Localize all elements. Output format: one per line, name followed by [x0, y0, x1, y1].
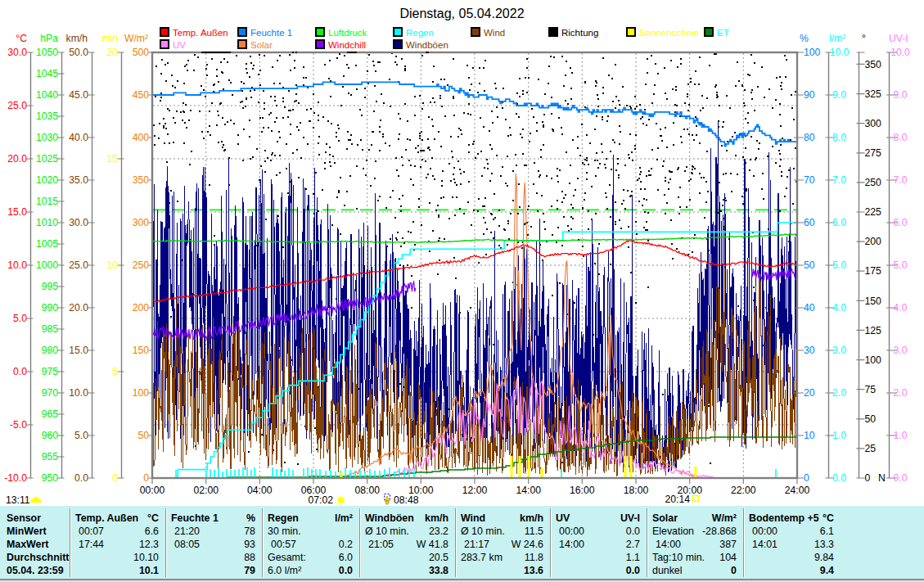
svg-text:970: 970 — [42, 387, 59, 399]
svg-text:125: 125 — [865, 325, 882, 336]
svg-text:08:00: 08:00 — [354, 485, 380, 496]
svg-text:0: 0 — [112, 472, 118, 484]
svg-text:350: 350 — [865, 59, 882, 70]
svg-text:15: 15 — [106, 153, 118, 165]
svg-text:20.0: 20.0 — [69, 302, 88, 314]
svg-text:10.0: 10.0 — [7, 259, 27, 271]
svg-text:30.0: 30.0 — [7, 47, 27, 58]
svg-text:13:11: 13:11 — [6, 494, 30, 506]
svg-text:325: 325 — [865, 88, 882, 100]
svg-text:1050: 1050 — [36, 47, 58, 58]
svg-text:80: 80 — [804, 132, 815, 143]
svg-text:45.0: 45.0 — [69, 89, 88, 101]
svg-text:20:14: 20:14 — [665, 494, 691, 505]
svg-text:6.0: 6.0 — [832, 217, 846, 228]
svg-text:90: 90 — [804, 89, 815, 101]
svg-text:990: 990 — [42, 302, 59, 314]
svg-text:8.0: 8.0 — [894, 132, 908, 143]
svg-text:02:00: 02:00 — [193, 485, 219, 496]
svg-text:N: N — [878, 472, 886, 484]
svg-text:40.0: 40.0 — [69, 132, 88, 143]
svg-text:0.0: 0.0 — [832, 472, 846, 484]
svg-text:275: 275 — [865, 147, 882, 159]
svg-text:10.0: 10.0 — [830, 47, 850, 58]
svg-text:9.0: 9.0 — [894, 89, 908, 101]
svg-text:0: 0 — [865, 472, 871, 484]
svg-text:5.0: 5.0 — [13, 313, 27, 324]
svg-text:7.0: 7.0 — [832, 174, 846, 186]
svg-text:3.0: 3.0 — [894, 345, 908, 356]
svg-text:300: 300 — [133, 217, 150, 228]
svg-text:22:00: 22:00 — [731, 485, 756, 496]
svg-text:985: 985 — [42, 323, 59, 335]
svg-text:-10.0: -10.0 — [4, 472, 27, 484]
svg-text:200: 200 — [865, 236, 882, 247]
svg-text:150: 150 — [865, 296, 882, 307]
svg-text:0.0: 0.0 — [13, 366, 27, 377]
svg-text:0.0: 0.0 — [74, 472, 88, 484]
svg-text:2.0: 2.0 — [832, 387, 846, 399]
svg-text:2.0: 2.0 — [894, 387, 908, 399]
svg-text:0: 0 — [143, 472, 149, 484]
svg-text:1.0: 1.0 — [832, 430, 846, 441]
svg-text:08:48: 08:48 — [394, 494, 419, 506]
svg-text:250: 250 — [133, 259, 150, 271]
svg-text:975: 975 — [42, 366, 59, 377]
svg-text:1020: 1020 — [36, 174, 58, 186]
svg-text:5.0: 5.0 — [74, 430, 88, 441]
svg-text:00:00: 00:00 — [140, 485, 165, 496]
svg-text:15.0: 15.0 — [7, 206, 27, 218]
svg-text:1040: 1040 — [36, 89, 58, 101]
svg-text:950: 950 — [42, 472, 59, 484]
svg-text:70: 70 — [804, 174, 815, 186]
svg-text:100: 100 — [804, 47, 821, 58]
svg-text:3.0: 3.0 — [832, 345, 846, 356]
svg-text:20: 20 — [804, 387, 815, 399]
svg-text:14:00: 14:00 — [516, 485, 541, 496]
svg-text:1015: 1015 — [36, 196, 58, 207]
svg-text:1.0: 1.0 — [894, 430, 908, 441]
svg-text:07:02: 07:02 — [309, 494, 334, 506]
svg-text:10.0: 10.0 — [69, 387, 88, 399]
svg-text:25.0: 25.0 — [69, 259, 88, 271]
svg-text:20: 20 — [106, 47, 118, 58]
svg-text:6.0: 6.0 — [894, 217, 908, 228]
svg-text:5.0: 5.0 — [894, 259, 908, 271]
svg-text:960: 960 — [42, 430, 59, 441]
svg-text:75: 75 — [865, 384, 877, 395]
svg-text:60: 60 — [804, 217, 815, 228]
svg-text:7.0: 7.0 — [894, 174, 908, 186]
svg-text:5.0: 5.0 — [832, 259, 846, 271]
svg-text:980: 980 — [42, 345, 59, 356]
svg-text:500: 500 — [133, 47, 150, 58]
svg-text:30.0: 30.0 — [69, 217, 88, 228]
svg-text:10: 10 — [804, 430, 815, 441]
svg-text:24:00: 24:00 — [785, 485, 810, 496]
svg-text:0: 0 — [804, 472, 809, 484]
svg-text:12:00: 12:00 — [462, 485, 488, 496]
svg-text:35.0: 35.0 — [69, 174, 88, 186]
svg-text:50.0: 50.0 — [69, 47, 88, 58]
svg-text:15.0: 15.0 — [69, 345, 88, 356]
svg-text:150: 150 — [133, 345, 150, 356]
svg-text:10: 10 — [106, 259, 118, 271]
svg-text:25.0: 25.0 — [7, 100, 27, 111]
svg-text:30: 30 — [804, 345, 815, 356]
svg-text:1010: 1010 — [36, 217, 58, 228]
svg-text:400: 400 — [133, 132, 150, 143]
svg-text:50: 50 — [865, 413, 877, 425]
svg-text:965: 965 — [42, 408, 59, 420]
svg-text:1035: 1035 — [36, 111, 58, 122]
svg-text:200: 200 — [133, 302, 150, 314]
svg-text:25: 25 — [865, 443, 877, 454]
svg-text:4.0: 4.0 — [832, 302, 846, 314]
svg-text:50: 50 — [804, 259, 815, 271]
svg-text:16:00: 16:00 — [570, 485, 595, 496]
svg-text:20.0: 20.0 — [7, 153, 27, 165]
svg-text:0.0: 0.0 — [894, 472, 908, 484]
svg-text:18:00: 18:00 — [624, 485, 649, 496]
svg-text:50: 50 — [137, 430, 149, 441]
svg-text:955: 955 — [42, 451, 59, 462]
svg-text:225: 225 — [865, 206, 882, 218]
svg-text:1025: 1025 — [36, 153, 58, 165]
